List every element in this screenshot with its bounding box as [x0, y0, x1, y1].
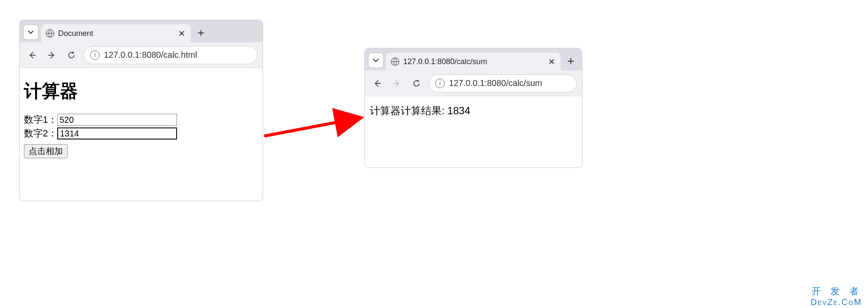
arrow-icon: [261, 107, 372, 141]
plus-icon: [197, 29, 205, 37]
close-icon: [549, 59, 555, 65]
back-button[interactable]: [370, 76, 384, 91]
close-tab-button[interactable]: [547, 59, 556, 65]
close-icon: [179, 30, 185, 36]
globe-icon: [390, 57, 400, 66]
watermark: 开 发 者 DevZe.CoM: [811, 286, 862, 307]
input-num1[interactable]: [57, 114, 177, 126]
plus-icon: [567, 57, 575, 65]
page-title: 计算器: [24, 79, 258, 103]
browser-tab[interactable]: 127.0.0.1:8080/calc/sum: [386, 53, 561, 71]
chevron-down-icon: [372, 57, 379, 64]
address-bar[interactable]: i 127.0.0.1:8080/calc.html: [84, 46, 257, 64]
form-row-num2: 数字2：: [24, 127, 258, 140]
watermark-line2: DevZe.CoM: [811, 297, 862, 307]
browser-window-calculator: Document i 127.0.0.1:8080/calc.html 计算器 …: [19, 20, 263, 201]
globe-icon: [45, 29, 55, 38]
forward-button[interactable]: [44, 48, 59, 62]
browser-toolbar: i 127.0.0.1:8080/calc/sum: [365, 71, 582, 96]
result-text: 计算器计算结果: 1834: [369, 102, 578, 119]
browser-window-result: 127.0.0.1:8080/calc/sum i 127.0.0.1:8080…: [364, 48, 582, 168]
address-bar[interactable]: i 127.0.0.1:8080/calc/sum: [429, 74, 577, 92]
browser-toolbar: i 127.0.0.1:8080/calc.html: [20, 42, 263, 68]
tab-title: 127.0.0.1:8080/calc/sum: [403, 57, 543, 66]
back-button[interactable]: [25, 48, 39, 62]
tab-title: Document: [58, 29, 174, 38]
page-content: 计算器 数字1： 数字2： 点击相加: [20, 68, 263, 164]
address-text: 127.0.0.1:8080/calc/sum: [449, 78, 542, 88]
new-tab-button[interactable]: [563, 53, 579, 69]
reload-icon: [412, 79, 421, 88]
watermark-line1: 开 发 者: [811, 286, 862, 297]
address-text: 127.0.0.1:8080/calc.html: [104, 50, 197, 60]
chevron-down-icon: [27, 29, 34, 36]
arrow-right-icon: [392, 79, 402, 88]
tab-dropdown-button[interactable]: [23, 24, 38, 40]
page-content: 计算器计算结果: 1834: [365, 96, 582, 125]
site-info-icon[interactable]: i: [435, 79, 445, 88]
tab-bar: Document: [20, 20, 263, 42]
tab-dropdown-button[interactable]: [368, 53, 384, 68]
input-num2[interactable]: [57, 127, 177, 139]
reload-button[interactable]: [409, 76, 424, 91]
reload-icon: [67, 50, 76, 60]
new-tab-button[interactable]: [193, 25, 209, 41]
close-tab-button[interactable]: [177, 30, 186, 36]
forward-button: [390, 76, 404, 91]
submit-button[interactable]: 点击相加: [24, 144, 68, 158]
site-info-icon[interactable]: i: [90, 50, 100, 60]
browser-tab[interactable]: Document: [41, 24, 191, 42]
arrow-right-icon: [47, 50, 56, 60]
arrow-left-icon: [372, 79, 382, 88]
tab-bar: 127.0.0.1:8080/calc/sum: [365, 48, 582, 71]
form-row-num1: 数字1：: [24, 113, 258, 126]
reload-button[interactable]: [64, 48, 79, 62]
label-num1: 数字1：: [24, 113, 57, 126]
arrow-left-icon: [27, 50, 37, 60]
label-num2: 数字2：: [24, 127, 57, 140]
